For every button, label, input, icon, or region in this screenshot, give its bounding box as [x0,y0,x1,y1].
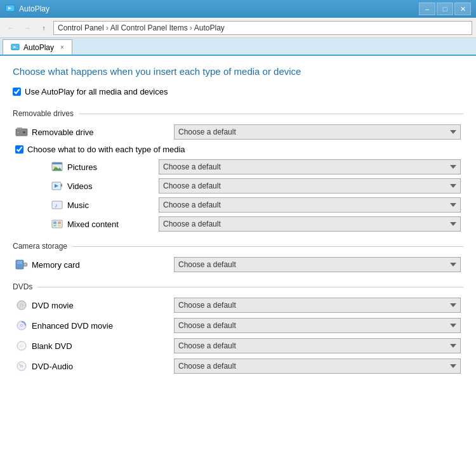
page-title: Choose what happens when you insert each… [13,66,463,77]
dvd-movie-icon [15,299,28,312]
removable-drive-row: Removable drive Choose a default [13,124,463,140]
music-label: ♪ Music [51,199,159,211]
dvd-audio-icon: ♪ [15,360,28,372]
breadcrumb-path2: All Control Panel Items [110,23,188,32]
enhanced-dvd-icon [15,319,28,332]
window-controls: – □ ✕ [419,3,471,15]
camera-storage-section: Camera storage Memory card Choose a defa… [13,242,463,272]
removable-drive-select[interactable]: Choose a default [174,124,461,140]
choose-media-checkbox[interactable] [15,145,23,154]
use-autoplay-label: Use AutoPlay for all media and devices [25,87,168,96]
svg-rect-19 [58,221,61,224]
memory-card-label: Memory card [15,258,174,271]
videos-icon [51,180,63,192]
pictures-select[interactable]: Choose a default [159,159,461,174]
svg-point-26 [25,264,27,266]
up-button[interactable]: ↑ [37,21,51,35]
blank-dvd-label: Blank DVD [15,339,174,352]
music-icon: ♪ [51,199,63,211]
dvds-section: DVDs DVD movie Choose a default [13,282,463,374]
svg-rect-18 [53,221,56,224]
removable-drive-label: Removable drive [15,126,174,138]
removable-drive-icon [15,126,28,138]
breadcrumb-path3: AutoPlay [194,23,225,32]
svg-point-39 [21,365,22,367]
enhanced-dvd-row: Enhanced DVD movie Choose a default [13,318,463,333]
choose-media-label: Choose what to do with each type of medi… [27,145,185,154]
enhanced-dvd-select[interactable]: Choose a default [174,318,461,333]
mixed-content-icon [51,218,63,230]
choose-media-row: Choose what to do with each type of medi… [15,145,463,154]
memory-card-icon [15,258,28,271]
minimize-button[interactable]: – [419,3,435,15]
use-autoplay-row: Use AutoPlay for all media and devices [13,87,463,96]
blank-dvd-icon [15,339,28,352]
forward-button[interactable]: → [20,21,34,35]
svg-point-29 [21,305,22,306]
dvd-audio-row: ♪ DVD-Audio Choose a default [13,358,463,374]
breadcrumb[interactable]: Control Panel › All Control Panel Items … [53,21,472,35]
svg-rect-17 [52,220,62,228]
dvds-header: DVDs [13,282,463,291]
svg-rect-24 [17,263,22,264]
title-bar: AutoPlay – □ ✕ [0,0,476,18]
svg-point-7 [17,132,18,133]
tab-label: AutoPlay [23,43,54,52]
mixed-content-row: Mixed content Choose a default [25,216,463,232]
autoplay-icon [5,4,15,14]
pictures-label: Pictures [51,161,159,173]
svg-rect-20 [53,225,56,227]
svg-point-36 [21,345,22,346]
tab-bar: AutoPlay × [0,38,476,56]
address-bar: ← → ↑ Control Panel › All Control Panel … [0,18,476,38]
dvd-audio-select[interactable]: Choose a default [174,358,461,374]
close-button[interactable]: ✕ [454,3,471,15]
maximize-button[interactable]: □ [437,3,453,15]
removable-drives-section: Removable drives Removable drive Choose … [13,109,463,232]
enhanced-dvd-label: Enhanced DVD movie [15,319,174,332]
videos-select[interactable]: Choose a default [159,178,461,194]
pictures-icon [51,161,63,173]
videos-label: Videos [51,180,159,192]
camera-storage-header: Camera storage [13,242,463,251]
memory-card-row: Memory card Choose a default [13,257,463,272]
tab-autoplay[interactable]: AutoPlay × [3,39,72,55]
memory-card-select[interactable]: Choose a default [174,257,461,272]
mixed-content-label: Mixed content [51,218,159,230]
back-button[interactable]: ← [4,21,18,35]
svg-rect-23 [17,261,22,263]
breadcrumb-path1: Control Panel [58,23,104,32]
svg-text:♪: ♪ [55,202,58,209]
tab-close-button[interactable]: × [60,44,64,51]
use-autoplay-checkbox[interactable] [13,88,21,96]
main-content: Choose what happens when you insert each… [0,56,476,467]
mixed-content-select[interactable]: Choose a default [159,216,461,232]
music-select[interactable]: Choose a default [159,197,461,213]
window-title: AutoPlay [19,4,415,13]
svg-rect-5 [17,128,22,129]
music-row: ♪ Music Choose a default [25,197,463,213]
removable-drives-header: Removable drives [13,109,463,118]
blank-dvd-select[interactable]: Choose a default [174,338,461,353]
blank-dvd-row: Blank DVD Choose a default [13,338,463,353]
svg-rect-6 [23,131,25,133]
dvd-audio-label: ♪ DVD-Audio [15,360,174,372]
svg-rect-9 [52,162,62,164]
tab-icon [11,43,20,52]
media-sub-items: Pictures Choose a default Videos [25,159,463,232]
svg-rect-21 [58,225,61,227]
pictures-row: Pictures Choose a default [25,159,463,174]
dvd-movie-select[interactable]: Choose a default [174,298,461,313]
svg-point-33 [21,325,22,326]
dvd-movie-label: DVD movie [15,299,174,312]
dvd-movie-row: DVD movie Choose a default [13,298,463,313]
videos-row: Videos Choose a default [25,178,463,194]
